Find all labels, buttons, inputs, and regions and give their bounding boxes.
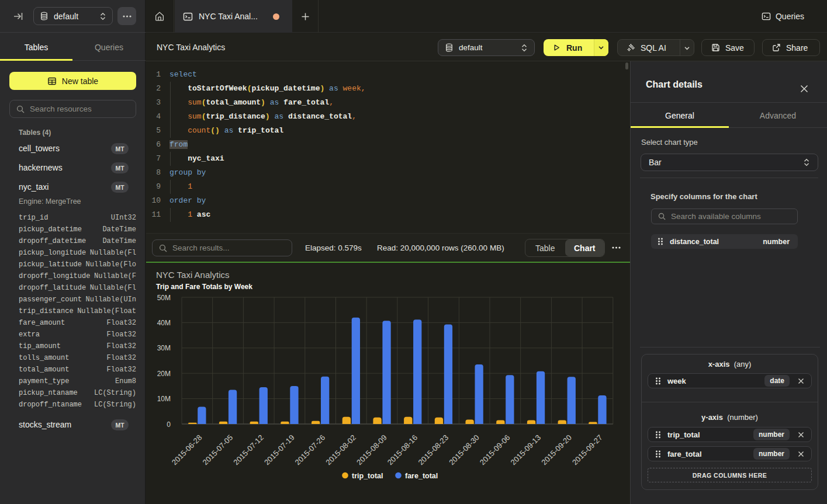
svg-text:trip_total: trip_total (352, 472, 383, 480)
svg-text:NYC Taxi Analytics: NYC Taxi Analytics (156, 270, 230, 280)
svg-text:40M: 40M (157, 319, 171, 327)
svg-text:2015-08-30: 2015-08-30 (447, 433, 481, 467)
svg-text:30M: 30M (157, 344, 171, 352)
svg-text:2015-08-02: 2015-08-02 (324, 433, 358, 467)
svg-text:50M: 50M (157, 294, 171, 302)
svg-text:10M: 10M (157, 395, 171, 403)
svg-text:2015-07-19: 2015-07-19 (262, 433, 296, 467)
svg-text:2015-07-12: 2015-07-12 (231, 433, 265, 467)
svg-text:2015-06-28: 2015-06-28 (170, 433, 204, 467)
svg-text:Trip and Fare Totals by Week: Trip and Fare Totals by Week (156, 283, 252, 291)
svg-text:2015-09-20: 2015-09-20 (539, 433, 573, 467)
svg-text:20M: 20M (157, 370, 171, 378)
svg-text:2015-09-27: 2015-09-27 (570, 433, 604, 467)
svg-text:2015-08-23: 2015-08-23 (416, 433, 450, 467)
svg-text:2015-09-13: 2015-09-13 (509, 433, 543, 467)
svg-text:2015-07-05: 2015-07-05 (201, 433, 235, 467)
svg-text:fare_total: fare_total (405, 472, 438, 480)
svg-text:2015-08-16: 2015-08-16 (386, 433, 420, 467)
svg-text:0: 0 (167, 420, 171, 429)
svg-text:2015-09-06: 2015-09-06 (478, 433, 512, 467)
svg-text:2015-07-26: 2015-07-26 (293, 433, 327, 467)
svg-text:2015-08-09: 2015-08-09 (355, 433, 389, 467)
